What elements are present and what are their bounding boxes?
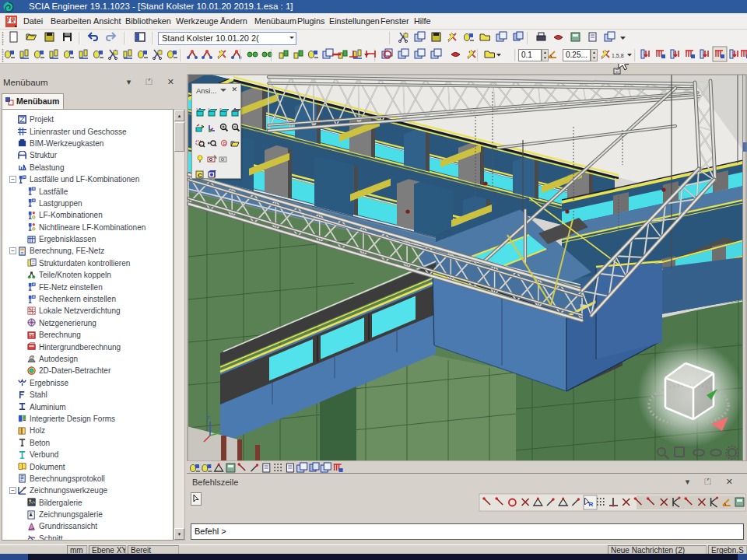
- svg-text:F: F: [207, 415, 210, 421]
- svg-text:1,5,8: 1,5,8: [612, 53, 624, 58]
- svg-text:X: X: [196, 107, 198, 111]
- svg-text:R: R: [589, 501, 594, 508]
- svg-text:C: C: [198, 172, 202, 179]
- svg-text:Y: Y: [208, 107, 210, 111]
- svg-text:R: R: [223, 142, 227, 146]
